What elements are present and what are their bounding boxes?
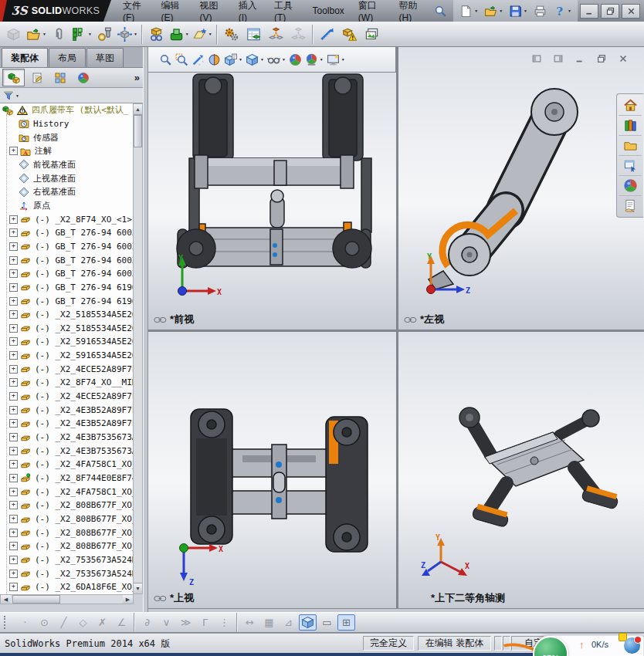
- tree-horizontal-scrollbar[interactable]: ◀ ▶: [0, 594, 134, 604]
- tree-item[interactable]: 传感器: [0, 130, 134, 144]
- interference-detection-icon[interactable]: [338, 24, 361, 45]
- tree-item[interactable]: +(-) GB_T 276-94 6002<2>: [0, 267, 134, 281]
- assembly-features-icon[interactable]: ▼: [168, 24, 191, 45]
- configurationmanager-tab-icon[interactable]: [49, 69, 71, 86]
- spline-icon[interactable]: ⋮: [215, 614, 233, 631]
- view-palette-icon[interactable]: [619, 156, 642, 176]
- bill-of-materials-icon[interactable]: [242, 24, 265, 45]
- hide-show-items-icon[interactable]: ▼: [267, 53, 286, 66]
- move-component-icon[interactable]: ▼: [116, 24, 139, 45]
- expand-icon[interactable]: +: [9, 283, 18, 292]
- tree-root-assembly[interactable]: 四爪履带车 (默认<默认_: [0, 103, 134, 117]
- featuremanager-tab-icon[interactable]: [2, 69, 25, 86]
- tree-vertical-scrollbar[interactable]: ▲ ▼: [133, 103, 143, 594]
- new-document-icon[interactable]: ▼: [457, 3, 480, 19]
- tree-item[interactable]: +(-) _X2_5916534A5E268F6: [0, 335, 134, 349]
- tree-item[interactable]: +A注解: [0, 144, 134, 158]
- close-button[interactable]: [622, 4, 640, 19]
- propertymanager-tab-icon[interactable]: [25, 69, 48, 86]
- tree-item[interactable]: +(-) _X2_4E3B7535673A_XO: [0, 444, 134, 458]
- measure-icon[interactable]: [316, 24, 338, 45]
- line-icon[interactable]: ╱: [55, 614, 73, 631]
- tree-item[interactable]: +(-) _X2_5185534A5E268F6: [0, 308, 134, 322]
- scroll-thumb[interactable]: [12, 595, 60, 604]
- shaded-display-icon[interactable]: [299, 614, 317, 631]
- expand-icon[interactable]: +: [9, 378, 18, 387]
- tree-item[interactable]: +(-) _X2_4E3B52A89F7F8F6: [0, 403, 134, 417]
- centerline-icon[interactable]: Γ: [196, 614, 214, 631]
- expand-icon[interactable]: +: [9, 365, 18, 374]
- viewport-left[interactable]: Y Z *左视: [398, 47, 644, 330]
- expand-icon[interactable]: +: [9, 324, 18, 333]
- expand-icon[interactable]: +: [9, 460, 18, 468]
- view-settings-icon[interactable]: ▼: [327, 53, 345, 66]
- tree-item[interactable]: +(-) _X2_5185534A5E268F6: [0, 322, 134, 336]
- grid-settings-icon[interactable]: ▦: [260, 614, 278, 631]
- sketch-fillet-icon[interactable]: ∠: [113, 614, 130, 631]
- tree-item[interactable]: +(-) _X2_7535673A524D540: [0, 553, 134, 567]
- motion-study-icon[interactable]: [220, 24, 242, 45]
- edit-appearance-icon[interactable]: [289, 53, 302, 66]
- tree-item[interactable]: +(-) _X2_808B677F_XO_<3>: [0, 526, 134, 539]
- tree-item[interactable]: 前视基准面: [0, 158, 134, 172]
- tree-item[interactable]: 右视基准面: [0, 185, 134, 199]
- tree-item[interactable]: +(-) _X2_808B677F_XO_<1>: [0, 499, 134, 512]
- tree-item[interactable]: +(-) _X2_4E3B7535673A_XO: [0, 431, 134, 445]
- design-library-icon[interactable]: [619, 116, 642, 136]
- zoom-to-fit-icon[interactable]: [159, 53, 172, 66]
- tree-item[interactable]: +(-) _X2_6DA18F6E_XO_<1>: [0, 580, 134, 594]
- expand-icon[interactable]: +: [9, 556, 18, 564]
- tree-item[interactable]: +(-) _X2_4FA758C1_XO__MI: [0, 485, 134, 499]
- tree-item[interactable]: History: [0, 117, 134, 131]
- tree-item[interactable]: +(-) GB_T 276-94 61901<2: [0, 294, 134, 308]
- expand-icon[interactable]: +: [9, 351, 18, 360]
- minimize-button[interactable]: [580, 4, 598, 19]
- expand-icon[interactable]: +: [9, 242, 18, 251]
- scroll-up-icon[interactable]: ▲: [134, 104, 142, 115]
- tree-item[interactable]: +(-) _X2_8F744E0E8F74627: [0, 472, 134, 485]
- filter-icon[interactable]: [3, 90, 14, 101]
- tree-item[interactable]: +(-) GB_T 276-94 61901<1: [0, 281, 134, 295]
- expand-icon[interactable]: +: [9, 297, 18, 306]
- command-tab-0[interactable]: 装配体: [2, 48, 48, 67]
- tree-item[interactable]: +(-) _X2_7535673A524D540: [0, 566, 134, 580]
- tree-item[interactable]: 上视基准面: [0, 171, 134, 185]
- smart-fasteners-icon[interactable]: [93, 24, 116, 45]
- tree-item[interactable]: +(-) _X2_808B677F_XO_<2>: [0, 512, 134, 526]
- expand-icon[interactable]: +: [9, 542, 18, 550]
- insert-components-icon[interactable]: [2, 24, 25, 45]
- expand-icon[interactable]: +: [9, 488, 18, 496]
- tree-item[interactable]: +(-) _X2_8F74_XO__MIR<1>: [0, 376, 134, 390]
- save-icon[interactable]: ▼: [507, 3, 530, 19]
- doc-minimize-button[interactable]: [571, 52, 588, 65]
- menu-item-5[interactable]: Toolbox: [305, 2, 351, 19]
- take-snapshot-icon[interactable]: [361, 24, 383, 45]
- expand-icon[interactable]: +: [9, 256, 18, 265]
- expand-icon[interactable]: +: [9, 515, 18, 523]
- expand-icon[interactable]: +: [9, 447, 18, 455]
- pane-toggle-right-icon[interactable]: [550, 52, 567, 65]
- display-relations-icon[interactable]: ∨: [158, 614, 175, 631]
- tree-item[interactable]: +(-) _X2_4ECE52A89F7F8F6: [0, 390, 134, 404]
- expand-icon[interactable]: +: [9, 406, 18, 414]
- tree-item[interactable]: 原点: [0, 199, 134, 213]
- exploded-view-icon[interactable]: [265, 24, 287, 45]
- displaymanager-tab-icon[interactable]: [72, 69, 94, 86]
- point-icon[interactable]: ·: [16, 614, 34, 631]
- solidworks-resources-icon[interactable]: [619, 96, 642, 116]
- net-speed-widget[interactable]: 95% ↑ 0K/s: [528, 634, 644, 656]
- tree-item[interactable]: +(-) GB_T 276-94 6003<2>: [0, 253, 134, 267]
- sketch-chamfer-icon[interactable]: ⊿: [280, 614, 297, 631]
- custom-properties-icon[interactable]: [619, 196, 642, 215]
- tree-item[interactable]: +(-) _X2_8F74_XO_<1> (默: [0, 212, 134, 226]
- search-icon[interactable]: [432, 3, 449, 19]
- filter-caret-icon[interactable]: ▼: [15, 93, 19, 98]
- command-tab-1[interactable]: 布局: [49, 48, 86, 67]
- mirror-entities-icon[interactable]: ≫: [177, 614, 195, 631]
- tree-item[interactable]: +(-) _X2_5916534A5E268F6: [0, 349, 134, 363]
- open-component-icon[interactable]: ▼: [25, 24, 48, 45]
- expand-icon[interactable]: +: [9, 419, 18, 428]
- open-icon[interactable]: ▼: [482, 3, 505, 19]
- linear-component-pattern-icon[interactable]: ▼: [70, 24, 93, 45]
- scroll-left-icon[interactable]: ◀: [1, 595, 11, 604]
